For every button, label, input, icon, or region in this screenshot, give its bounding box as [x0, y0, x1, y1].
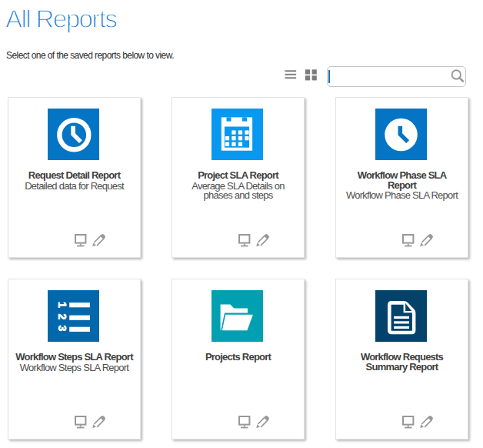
svg-text:3: 3 — [56, 326, 68, 332]
svg-text:2: 2 — [56, 313, 68, 319]
svg-text:1: 1 — [56, 302, 68, 308]
